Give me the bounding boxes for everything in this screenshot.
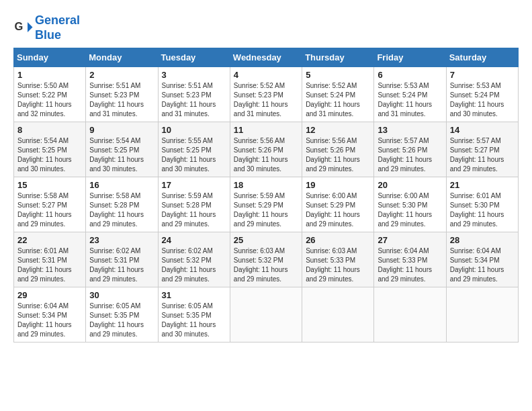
day-detail: Sunrise: 5:56 AM Sunset: 5:26 PM Dayligh…	[234, 136, 298, 174]
day-detail: Sunrise: 5:54 AM Sunset: 5:25 PM Dayligh…	[17, 136, 82, 174]
calendar-cell: 27 Sunrise: 6:04 AM Sunset: 5:33 PM Dayl…	[374, 232, 446, 287]
calendar-cell: 1 Sunrise: 5:50 AM Sunset: 5:22 PM Dayli…	[14, 67, 86, 122]
day-number: 17	[162, 180, 226, 190]
svg-text:G: G	[15, 20, 24, 32]
calendar-cell: 12 Sunrise: 5:56 AM Sunset: 5:26 PM Dayl…	[302, 122, 374, 177]
calendar-cell: 20 Sunrise: 6:00 AM Sunset: 5:30 PM Dayl…	[374, 177, 446, 232]
day-number: 13	[378, 125, 442, 135]
day-number: 5	[306, 70, 370, 80]
day-number: 20	[378, 180, 442, 190]
day-detail: Sunrise: 5:56 AM Sunset: 5:26 PM Dayligh…	[306, 136, 370, 174]
day-detail: Sunrise: 5:59 AM Sunset: 5:28 PM Dayligh…	[162, 191, 226, 229]
day-detail: Sunrise: 5:52 AM Sunset: 5:23 PM Dayligh…	[234, 81, 298, 119]
day-detail: Sunrise: 6:02 AM Sunset: 5:32 PM Dayligh…	[162, 246, 226, 284]
day-number: 7	[450, 70, 515, 80]
calendar-cell: 10 Sunrise: 5:55 AM Sunset: 5:25 PM Dayl…	[158, 122, 230, 177]
day-header-tuesday: Tuesday	[158, 48, 230, 67]
page-header: G General Blue	[13, 13, 519, 42]
day-number: 16	[89, 180, 154, 190]
day-detail: Sunrise: 6:01 AM Sunset: 5:30 PM Dayligh…	[450, 191, 515, 229]
calendar-cell: 14 Sunrise: 5:57 AM Sunset: 5:27 PM Dayl…	[446, 122, 518, 177]
day-header-monday: Monday	[86, 48, 158, 67]
logo-icon: G	[13, 18, 34, 38]
calendar-table: SundayMondayTuesdayWednesdayThursdayFrid…	[13, 48, 519, 342]
day-detail: Sunrise: 5:53 AM Sunset: 5:24 PM Dayligh…	[378, 81, 442, 119]
logo-text: General Blue	[35, 13, 80, 42]
day-detail: Sunrise: 5:58 AM Sunset: 5:27 PM Dayligh…	[17, 191, 82, 229]
day-detail: Sunrise: 5:52 AM Sunset: 5:24 PM Dayligh…	[306, 81, 370, 119]
calendar-cell: 13 Sunrise: 5:57 AM Sunset: 5:26 PM Dayl…	[374, 122, 446, 177]
day-number: 9	[89, 125, 154, 135]
calendar-cell: 19 Sunrise: 6:00 AM Sunset: 5:29 PM Dayl…	[302, 177, 374, 232]
calendar-cell: 28 Sunrise: 6:04 AM Sunset: 5:34 PM Dayl…	[446, 232, 518, 287]
day-detail: Sunrise: 6:03 AM Sunset: 5:33 PM Dayligh…	[306, 246, 370, 284]
calendar-cell: 17 Sunrise: 5:59 AM Sunset: 5:28 PM Dayl…	[158, 177, 230, 232]
day-number: 19	[306, 180, 370, 190]
day-detail: Sunrise: 5:55 AM Sunset: 5:25 PM Dayligh…	[162, 136, 226, 174]
calendar-cell: 25 Sunrise: 6:03 AM Sunset: 5:32 PM Dayl…	[230, 232, 302, 287]
day-number: 24	[162, 235, 226, 245]
day-detail: Sunrise: 5:57 AM Sunset: 5:26 PM Dayligh…	[378, 136, 442, 174]
day-number: 11	[234, 125, 298, 135]
day-detail: Sunrise: 6:04 AM Sunset: 5:34 PM Dayligh…	[17, 302, 82, 339]
calendar-cell: 4 Sunrise: 5:52 AM Sunset: 5:23 PM Dayli…	[230, 67, 302, 122]
day-detail: Sunrise: 5:51 AM Sunset: 5:23 PM Dayligh…	[162, 81, 226, 119]
day-detail: Sunrise: 6:01 AM Sunset: 5:31 PM Dayligh…	[17, 246, 82, 284]
calendar-cell: 2 Sunrise: 5:51 AM Sunset: 5:23 PM Dayli…	[86, 67, 158, 122]
day-number: 10	[162, 125, 226, 135]
day-number: 18	[234, 180, 298, 190]
day-detail: Sunrise: 5:58 AM Sunset: 5:28 PM Dayligh…	[89, 191, 154, 229]
day-detail: Sunrise: 6:04 AM Sunset: 5:33 PM Dayligh…	[378, 246, 442, 284]
calendar-cell: 11 Sunrise: 5:56 AM Sunset: 5:26 PM Dayl…	[230, 122, 302, 177]
day-header-saturday: Saturday	[446, 48, 518, 67]
calendar-cell: 16 Sunrise: 5:58 AM Sunset: 5:28 PM Dayl…	[86, 177, 158, 232]
calendar-cell	[446, 287, 518, 342]
day-header-friday: Friday	[374, 48, 446, 67]
day-detail: Sunrise: 6:02 AM Sunset: 5:31 PM Dayligh…	[89, 246, 154, 284]
day-number: 29	[17, 290, 82, 300]
day-number: 15	[17, 180, 82, 190]
day-number: 6	[378, 70, 442, 80]
calendar-week-4: 22 Sunrise: 6:01 AM Sunset: 5:31 PM Dayl…	[14, 232, 519, 287]
day-number: 8	[17, 125, 82, 135]
calendar-cell: 18 Sunrise: 5:59 AM Sunset: 5:29 PM Dayl…	[230, 177, 302, 232]
calendar-cell: 21 Sunrise: 6:01 AM Sunset: 5:30 PM Dayl…	[446, 177, 518, 232]
calendar-cell: 26 Sunrise: 6:03 AM Sunset: 5:33 PM Dayl…	[302, 232, 374, 287]
day-number: 31	[162, 290, 226, 300]
day-detail: Sunrise: 5:53 AM Sunset: 5:24 PM Dayligh…	[450, 81, 515, 119]
day-number: 1	[17, 70, 82, 80]
day-detail: Sunrise: 5:57 AM Sunset: 5:27 PM Dayligh…	[450, 136, 515, 174]
calendar-cell: 9 Sunrise: 5:54 AM Sunset: 5:25 PM Dayli…	[86, 122, 158, 177]
calendar-week-1: 1 Sunrise: 5:50 AM Sunset: 5:22 PM Dayli…	[14, 67, 519, 122]
calendar-week-2: 8 Sunrise: 5:54 AM Sunset: 5:25 PM Dayli…	[14, 122, 519, 177]
calendar-cell: 22 Sunrise: 6:01 AM Sunset: 5:31 PM Dayl…	[14, 232, 86, 287]
calendar-cell: 23 Sunrise: 6:02 AM Sunset: 5:31 PM Dayl…	[86, 232, 158, 287]
calendar-cell: 7 Sunrise: 5:53 AM Sunset: 5:24 PM Dayli…	[446, 67, 518, 122]
day-number: 21	[450, 180, 515, 190]
calendar-week-3: 15 Sunrise: 5:58 AM Sunset: 5:27 PM Dayl…	[14, 177, 519, 232]
calendar-cell: 3 Sunrise: 5:51 AM Sunset: 5:23 PM Dayli…	[158, 67, 230, 122]
calendar-cell: 5 Sunrise: 5:52 AM Sunset: 5:24 PM Dayli…	[302, 67, 374, 122]
day-detail: Sunrise: 6:00 AM Sunset: 5:30 PM Dayligh…	[378, 191, 442, 229]
calendar-week-5: 29 Sunrise: 6:04 AM Sunset: 5:34 PM Dayl…	[14, 287, 519, 342]
calendar-cell: 15 Sunrise: 5:58 AM Sunset: 5:27 PM Dayl…	[14, 177, 86, 232]
day-header-thursday: Thursday	[302, 48, 374, 67]
day-number: 25	[234, 235, 298, 245]
calendar-cell: 31 Sunrise: 6:05 AM Sunset: 5:35 PM Dayl…	[158, 287, 230, 342]
day-header-sunday: Sunday	[14, 48, 86, 67]
day-number: 3	[162, 70, 226, 80]
day-header-wednesday: Wednesday	[230, 48, 302, 67]
day-number: 28	[450, 235, 515, 245]
day-number: 22	[17, 235, 82, 245]
calendar-cell: 8 Sunrise: 5:54 AM Sunset: 5:25 PM Dayli…	[14, 122, 86, 177]
day-number: 26	[306, 235, 370, 245]
day-number: 14	[450, 125, 515, 135]
day-detail: Sunrise: 5:51 AM Sunset: 5:23 PM Dayligh…	[89, 81, 154, 119]
calendar-cell: 30 Sunrise: 6:05 AM Sunset: 5:35 PM Dayl…	[86, 287, 158, 342]
calendar-cell: 6 Sunrise: 5:53 AM Sunset: 5:24 PM Dayli…	[374, 67, 446, 122]
day-detail: Sunrise: 6:05 AM Sunset: 5:35 PM Dayligh…	[89, 302, 154, 339]
day-number: 4	[234, 70, 298, 80]
day-number: 23	[89, 235, 154, 245]
calendar-cell: 24 Sunrise: 6:02 AM Sunset: 5:32 PM Dayl…	[158, 232, 230, 287]
calendar-cell: 29 Sunrise: 6:04 AM Sunset: 5:34 PM Dayl…	[14, 287, 86, 342]
